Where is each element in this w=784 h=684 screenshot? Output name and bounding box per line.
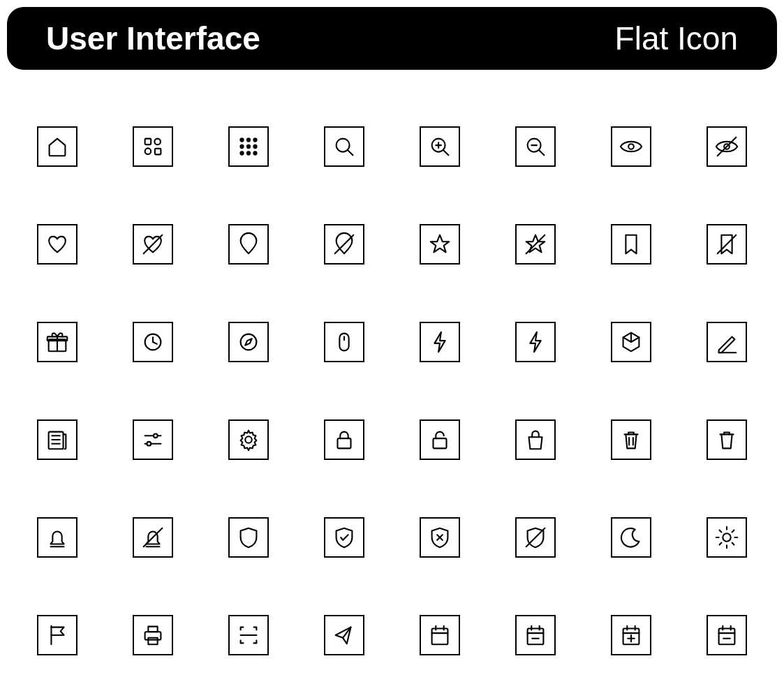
icon-grid bbox=[0, 77, 784, 684]
printer-cell bbox=[108, 586, 197, 684]
shield-check-icon bbox=[324, 517, 364, 558]
trash-icon bbox=[611, 419, 651, 460]
shield-icon bbox=[228, 517, 269, 558]
svg-point-44 bbox=[154, 433, 158, 438]
home-icon bbox=[37, 126, 77, 167]
grid-dots-icon bbox=[228, 126, 269, 167]
eye-off-cell bbox=[683, 98, 771, 195]
svg-line-63 bbox=[720, 530, 722, 533]
search-cell bbox=[299, 98, 388, 195]
svg-rect-3 bbox=[155, 149, 161, 155]
send-icon bbox=[324, 615, 364, 655]
sliders-cell bbox=[108, 391, 197, 489]
zoom-in-cell bbox=[396, 98, 485, 195]
flash-icon bbox=[420, 322, 460, 362]
edit-cell bbox=[683, 293, 771, 391]
svg-point-8 bbox=[247, 145, 250, 148]
edit-icon bbox=[707, 322, 747, 362]
trash-alt-icon bbox=[707, 419, 747, 460]
heart-icon bbox=[37, 224, 77, 265]
svg-point-7 bbox=[240, 145, 243, 148]
star-cell bbox=[396, 195, 485, 293]
svg-point-46 bbox=[147, 442, 151, 446]
gear-cell bbox=[204, 391, 293, 489]
bell-cell bbox=[13, 489, 101, 586]
star-icon bbox=[420, 224, 460, 265]
svg-line-14 bbox=[348, 151, 353, 156]
pin-cell bbox=[204, 195, 293, 293]
svg-rect-68 bbox=[145, 632, 161, 639]
unlock-icon bbox=[420, 419, 460, 460]
pin-icon bbox=[228, 224, 269, 265]
clock-cell bbox=[108, 293, 197, 391]
gift-cell bbox=[13, 293, 101, 391]
svg-line-66 bbox=[732, 530, 734, 533]
cube-cell bbox=[587, 293, 676, 391]
svg-rect-49 bbox=[434, 438, 447, 448]
bookmark-off-cell bbox=[683, 195, 771, 293]
gift-icon bbox=[37, 322, 77, 362]
apps-cell bbox=[108, 98, 197, 195]
svg-rect-73 bbox=[432, 629, 448, 645]
shield-x-icon bbox=[420, 517, 460, 558]
svg-rect-70 bbox=[148, 638, 157, 645]
header-title: User Interface bbox=[46, 20, 260, 57]
moon-icon bbox=[611, 517, 651, 558]
svg-point-10 bbox=[240, 151, 243, 154]
trash-cell bbox=[587, 391, 676, 489]
shield-check-cell bbox=[299, 489, 388, 586]
svg-rect-0 bbox=[145, 139, 151, 145]
star-off-cell bbox=[491, 195, 580, 293]
clock-icon bbox=[133, 322, 173, 362]
grid-dots-cell bbox=[204, 98, 293, 195]
eye-icon bbox=[611, 126, 651, 167]
send-cell bbox=[299, 586, 388, 684]
zoom-out-icon bbox=[515, 126, 556, 167]
flash-bolt-cell bbox=[491, 293, 580, 391]
svg-point-5 bbox=[247, 138, 250, 141]
eye-off-icon bbox=[707, 126, 747, 167]
compass-cell bbox=[204, 293, 293, 391]
unlock-cell bbox=[396, 391, 485, 489]
flag-icon bbox=[37, 615, 77, 655]
bookmark-icon bbox=[611, 224, 651, 265]
svg-line-16 bbox=[444, 151, 449, 156]
home-cell bbox=[13, 98, 101, 195]
mouse-icon bbox=[324, 322, 364, 362]
calendar-minus-icon bbox=[515, 615, 556, 655]
flash-cell bbox=[396, 293, 485, 391]
svg-line-20 bbox=[540, 151, 545, 156]
mouse-cell bbox=[299, 293, 388, 391]
bag-cell bbox=[491, 391, 580, 489]
svg-point-6 bbox=[253, 138, 256, 141]
svg-line-24 bbox=[718, 137, 737, 156]
lock-icon bbox=[324, 419, 364, 460]
bookmark-cell bbox=[587, 195, 676, 293]
calendar-minus-cell bbox=[491, 586, 580, 684]
news-cell bbox=[13, 391, 101, 489]
calendar-remove-icon bbox=[707, 615, 747, 655]
calendar-remove-cell bbox=[683, 586, 771, 684]
svg-point-4 bbox=[240, 138, 243, 141]
bell-off-cell bbox=[108, 489, 197, 586]
apps-icon bbox=[133, 126, 173, 167]
sun-cell bbox=[683, 489, 771, 586]
bell-icon bbox=[37, 517, 77, 558]
calendar-icon bbox=[420, 615, 460, 655]
heart-off-icon bbox=[133, 224, 173, 265]
svg-line-34 bbox=[153, 342, 157, 344]
star-off-icon bbox=[515, 224, 556, 265]
shield-cell bbox=[204, 489, 293, 586]
bag-icon bbox=[515, 419, 556, 460]
svg-rect-36 bbox=[339, 334, 348, 351]
gear-icon bbox=[228, 419, 269, 460]
flag-cell bbox=[13, 586, 101, 684]
heart-cell bbox=[13, 195, 101, 293]
bell-off-icon bbox=[133, 517, 173, 558]
cube-icon bbox=[611, 322, 651, 362]
lock-cell bbox=[299, 391, 388, 489]
scan-cell bbox=[204, 586, 293, 684]
svg-rect-48 bbox=[337, 438, 350, 448]
trash-alt-cell bbox=[683, 391, 771, 489]
svg-point-13 bbox=[336, 139, 350, 152]
